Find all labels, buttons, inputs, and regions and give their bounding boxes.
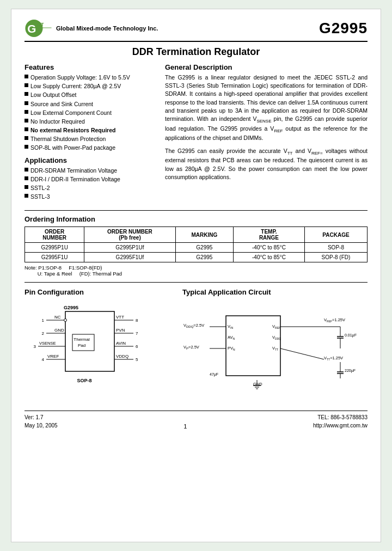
- list-item: DDR-I / DDR-II Termination Voltage: [24, 175, 155, 183]
- svg-text:8: 8: [136, 318, 138, 323]
- list-item: Thermal Shutdown Protection: [24, 135, 155, 143]
- svg-text:AVIN: AVIN: [116, 341, 126, 346]
- col-order-number-pb: ORDER NUMBER(Pb free): [84, 227, 175, 243]
- svg-text:3: 3: [34, 344, 36, 349]
- app-circuit-svg: VDDQ=2.5V VP=2.5V VIN AVN PVN VREF VDDQ …: [182, 299, 367, 397]
- table-row: G2995P1U G2995P1Uf G2995 -40°C to 85°C S…: [25, 243, 367, 253]
- bullet-icon: [24, 127, 28, 131]
- header: G MT Global Mixed-mode Technology Inc. G…: [24, 19, 367, 42]
- svg-text:6: 6: [136, 344, 138, 349]
- svg-text:VP=2.5V: VP=2.5V: [183, 345, 199, 350]
- main-two-col: Features Operation Supply Voltage: 1.6V …: [24, 63, 367, 205]
- pin-diagram-svg: G2995 Thermal Pad NC 1 GND: [24, 302, 155, 400]
- svg-text:VSENSE: VSENSE: [39, 341, 56, 346]
- col-package: PACKAGE: [304, 227, 367, 243]
- svg-text:Pad: Pad: [78, 343, 85, 348]
- footer-left: Ver: 1.7 May 10, 2005: [24, 413, 58, 430]
- list-item: Source and Sink Current: [24, 100, 155, 108]
- date: May 10, 2005: [24, 421, 58, 430]
- svg-text:1: 1: [42, 318, 45, 323]
- pin-app-row: Pin Configuration G2995 Thermal Pad: [24, 288, 367, 401]
- table-header-row: ORDERNUMBER ORDER NUMBER(Pb free) MARKIN…: [25, 227, 367, 243]
- bullet-icon: [24, 185, 28, 189]
- svg-text:NC: NC: [54, 315, 61, 320]
- list-item: Low Output Offset: [24, 91, 155, 99]
- version: Ver: 1.7: [24, 413, 58, 421]
- list-item: No external Resistors Required: [24, 126, 155, 134]
- pin-diagram: G2995 Thermal Pad NC 1 GND: [24, 302, 177, 401]
- cell-temp-1: -40°C to 85°C: [233, 243, 304, 253]
- cell-order-pb-1: G2995P1Uf: [84, 243, 175, 253]
- bullet-icon: [24, 101, 28, 105]
- svg-text:47μF: 47μF: [210, 372, 218, 377]
- part-number: G2995: [319, 20, 367, 37]
- list-item: SSTL-3: [24, 193, 155, 200]
- doc-title: DDR Termination Regulator: [24, 46, 367, 58]
- bullet-icon: [24, 194, 28, 198]
- features-title: Features: [24, 63, 155, 71]
- cell-order-1: G2995P1U: [25, 243, 84, 253]
- svg-text:2: 2: [42, 331, 45, 336]
- bullet-icon: [24, 75, 28, 78]
- pin-config-section: Pin Configuration G2995 Thermal Pad: [24, 288, 177, 401]
- cell-package-1: SOP-8: [304, 243, 367, 253]
- pin-config-title: Pin Configuration: [24, 288, 177, 296]
- gmt-logo: G MT: [24, 19, 52, 38]
- footer: Ver: 1.7 May 10, 2005 1 TEL: 886-3-57888…: [24, 411, 367, 430]
- svg-text:5: 5: [136, 357, 138, 362]
- svg-text:VTT: VTT: [116, 315, 124, 320]
- svg-point-10: [64, 319, 67, 322]
- svg-text:VREF=1.25V: VREF=1.25V: [324, 317, 345, 323]
- svg-text:VDDQ: VDDQ: [116, 354, 128, 359]
- divider-2: [24, 282, 367, 283]
- cell-order-pb-2: G2995F1Uf: [84, 253, 175, 262]
- page-number: 1: [183, 423, 187, 430]
- gen-desc-para2: The G2995 can easily provide the accurat…: [165, 147, 367, 181]
- website: http://www.gmt.com.tw: [313, 421, 367, 430]
- col-order-number: ORDERNUMBER: [25, 227, 84, 243]
- bullet-icon: [24, 176, 28, 180]
- cell-package-2: SOP-8 (FD): [304, 253, 367, 262]
- bullet-icon: [24, 92, 28, 96]
- cell-marking-1: G2995: [175, 243, 233, 253]
- right-column: General Description The G2995 is a linea…: [165, 63, 367, 205]
- table-note: Note: P1:SOP-8 F1:SOP-8(FD) U: Tape & Re…: [24, 265, 367, 277]
- cell-order-2: G2995F1U: [25, 253, 84, 262]
- company-name: Global Mixed-mode Technology Inc.: [56, 25, 158, 32]
- svg-text:VTT=1.25V: VTT=1.25V: [324, 356, 343, 361]
- cell-temp-2: -40°C to 85°C: [233, 253, 304, 262]
- ordering-section: Ordering Information ORDERNUMBER ORDER N…: [24, 215, 367, 277]
- list-item: DDR-SDRAM Termination Voltage: [24, 167, 155, 174]
- bullet-icon: [24, 119, 28, 123]
- col-temp: TEMP.RANGE: [233, 227, 304, 243]
- bullet-icon: [24, 168, 28, 172]
- svg-text:GND: GND: [54, 328, 64, 333]
- svg-text:MT: MT: [37, 22, 44, 27]
- svg-text:Thermal: Thermal: [74, 337, 90, 342]
- list-item: No Inductor Required: [24, 118, 155, 125]
- list-item: Low Supply Current: 280μA @ 2.5V: [24, 82, 155, 90]
- svg-text:220μF: 220μF: [345, 369, 356, 373]
- bullet-icon: [24, 145, 28, 149]
- svg-text:0.01μF: 0.01μF: [345, 333, 357, 338]
- list-item: SOP-8L with Power-Pad package: [24, 144, 155, 151]
- svg-text:G: G: [27, 22, 36, 35]
- footer-right: TEL: 886-3-5788833 http://www.gmt.com.tw: [313, 413, 367, 430]
- divider: [24, 210, 367, 211]
- list-item: Low External Component Count: [24, 109, 155, 117]
- app-circuit-section: Typical Application Circuit VDDQ=2.5V VP…: [182, 288, 367, 401]
- bullet-icon: [24, 136, 28, 140]
- left-column: Features Operation Supply Voltage: 1.6V …: [24, 63, 155, 205]
- app-circuit-title: Typical Application Circuit: [182, 288, 367, 296]
- tel: TEL: 886-3-5788833: [313, 413, 367, 421]
- gen-desc-para1: The G2995 is a linear regulator designed…: [165, 74, 367, 143]
- svg-text:4: 4: [42, 357, 45, 362]
- svg-text:VDDQ=2.5V: VDDQ=2.5V: [183, 323, 204, 328]
- features-list: Operation Supply Voltage: 1.6V to 5.5V L…: [24, 74, 155, 152]
- bullet-icon: [24, 83, 28, 87]
- ordering-table: ORDERNUMBER ORDER NUMBER(Pb free) MARKIN…: [24, 226, 367, 262]
- list-item: SSTL-2: [24, 184, 155, 192]
- applications-list: DDR-SDRAM Termination Voltage DDR-I / DD…: [24, 167, 155, 201]
- gen-desc-title: General Description: [165, 63, 367, 71]
- col-marking: MARKING: [175, 227, 233, 243]
